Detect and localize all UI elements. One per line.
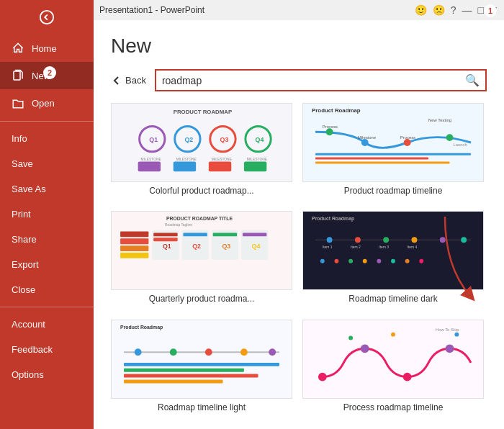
template-card-3[interactable]: PRODUCT ROADMAP TITLE Roadmap Tagline	[111, 211, 292, 309]
svg-point-54	[327, 238, 333, 243]
svg-text:PRODUCT ROADMAP: PRODUCT ROADMAP	[174, 109, 233, 115]
sidebar-label-feedback: Feedback	[12, 344, 53, 355]
svg-point-56	[383, 238, 389, 243]
svg-point-70	[405, 259, 410, 263]
template-label-2: Product roadmap timeline	[302, 186, 484, 196]
svg-rect-17	[209, 162, 231, 172]
svg-text:Roadmap Tagline: Roadmap Tagline	[165, 223, 192, 227]
sidebar-item-info[interactable]: Info	[0, 126, 94, 151]
sidebar-item-close[interactable]: Close	[0, 277, 94, 302]
svg-text:Q3: Q3	[220, 136, 229, 143]
template-card-5[interactable]: Product Roadmap	[111, 320, 292, 417]
sidebar-item-account[interactable]: Account	[0, 312, 94, 337]
svg-text:MILESTONE: MILESTONE	[141, 158, 162, 161]
svg-point-86	[446, 344, 454, 353]
svg-rect-50	[243, 233, 266, 237]
sidebar-bottom: Account Feedback Options	[0, 312, 94, 394]
svg-text:Product Roadmap: Product Roadmap	[120, 324, 163, 330]
template-card-6[interactable]: How To Skip Process roadmap timeline	[302, 320, 484, 417]
template-card-4[interactable]: Product Roadmap Item 1 Item 2	[302, 211, 484, 309]
sidebar-item-home[interactable]: Home	[0, 35, 94, 62]
svg-text:Q3: Q3	[222, 243, 230, 250]
sidebar-label-open: Open	[32, 98, 55, 109]
divider-2	[0, 307, 94, 307]
svg-text:Product Roadmap: Product Roadmap	[312, 107, 361, 114]
search-magnifier-icon: 🔍	[465, 73, 480, 87]
template-label-6: Process roadmap timeline	[302, 402, 484, 412]
sidebar-label-close: Close	[12, 284, 35, 295]
svg-text:Q4: Q4	[252, 243, 261, 250]
template-card-2[interactable]: Product Roadmap Process Milestone Proc	[302, 103, 484, 201]
sidebar-item-save-as[interactable]: Save As	[0, 176, 94, 202]
home-icon	[12, 42, 24, 55]
svg-point-57	[412, 238, 418, 243]
svg-text:MILESTONE: MILESTONE	[247, 158, 268, 161]
divider-1	[0, 121, 94, 122]
new-icon	[12, 69, 24, 82]
svg-point-22	[404, 139, 411, 146]
template-thumb-3: PRODUCT ROADMAP TITLE Roadmap Tagline	[111, 211, 292, 290]
badge-2: 2	[43, 66, 56, 79]
svg-point-64	[320, 259, 325, 263]
sidebar-label-print: Print	[12, 209, 31, 220]
sidebar-item-new[interactable]: New 2	[0, 62, 94, 89]
template-preview-5: Product Roadmap	[112, 320, 292, 398]
svg-rect-36	[120, 245, 148, 251]
svg-rect-80	[124, 368, 244, 371]
svg-text:PRODUCT ROADMAP TITLE: PRODUCT ROADMAP TITLE	[166, 216, 233, 221]
sidebar-item-export[interactable]: Export	[0, 252, 94, 277]
sidebar-item-share[interactable]: Share	[0, 227, 94, 252]
sidebar-label-home: Home	[32, 43, 57, 54]
template-preview-2: Product Roadmap Process Milestone Proc	[303, 104, 483, 181]
sidebar-item-save[interactable]: Save	[0, 151, 94, 176]
svg-text:New Testing: New Testing	[428, 118, 451, 122]
sidebar-item-feedback[interactable]: Feedback	[0, 337, 94, 362]
main-area: Presentation1 - PowerPoint 🙂 🙁 ? — □ ✕ N…	[94, 0, 504, 429]
sidebar: 1 Home New 2 Open I	[0, 0, 94, 429]
svg-point-83	[318, 372, 327, 381]
svg-point-74	[135, 348, 142, 356]
template-card-1[interactable]: PRODUCT ROADMAP Q1 Q2 Q3 Q4 MILESTONE	[111, 103, 292, 201]
svg-rect-37	[120, 253, 148, 258]
svg-rect-47	[153, 238, 177, 242]
emoji-smile[interactable]: 🙂	[415, 4, 427, 16]
minimize-button[interactable]: —	[462, 4, 472, 16]
svg-point-68	[377, 259, 381, 263]
svg-point-69	[391, 259, 395, 263]
templates-grid: PRODUCT ROADMAP Q1 Q2 Q3 Q4 MILESTONE	[111, 103, 487, 417]
template-preview-6: How To Skip	[303, 320, 483, 398]
template-preview-3: PRODUCT ROADMAP TITLE Roadmap Tagline	[112, 212, 292, 289]
maximize-button[interactable]: □	[478, 4, 484, 16]
svg-text:Item 1: Item 1	[323, 245, 333, 249]
sidebar-label-save: Save	[12, 158, 33, 169]
sidebar-item-open[interactable]: Open	[0, 89, 94, 117]
svg-point-66	[348, 259, 353, 263]
template-thumb-2: Product Roadmap Process Milestone Proc	[302, 103, 484, 182]
svg-rect-46	[153, 233, 177, 237]
svg-point-67	[363, 259, 367, 263]
content-wrapper: PRODUCT ROADMAP Q1 Q2 Q3 Q4 MILESTONE	[111, 103, 487, 417]
svg-rect-34	[120, 232, 148, 238]
help-icon[interactable]: ?	[451, 4, 456, 16]
sidebar-item-print[interactable]: Print	[0, 202, 94, 227]
svg-text:Item 4: Item 4	[408, 245, 418, 249]
back-button[interactable]: 1	[0, 0, 94, 35]
back-link[interactable]: Back	[111, 75, 146, 86]
svg-text:Q2: Q2	[192, 243, 201, 250]
sidebar-item-options[interactable]: Options	[0, 362, 94, 387]
svg-rect-29	[315, 162, 450, 164]
svg-point-55	[355, 238, 361, 243]
sidebar-label-info: Info	[12, 133, 27, 144]
svg-point-78	[269, 348, 276, 356]
template-label-4: Roadmap timeline dark	[302, 294, 484, 304]
svg-rect-48	[183, 233, 207, 237]
emoji-sad[interactable]: 🙁	[433, 4, 445, 16]
template-label-1: Colorful product roadmap...	[111, 186, 292, 196]
svg-text:Q1: Q1	[163, 243, 171, 250]
svg-rect-15	[138, 162, 161, 172]
svg-point-77	[240, 348, 248, 356]
svg-text:Item 2: Item 2	[351, 245, 361, 249]
svg-text:Product Roadmap: Product Roadmap	[312, 216, 354, 222]
search-input[interactable]	[162, 75, 465, 86]
template-label-3: Quarterly product roadma...	[111, 294, 292, 304]
